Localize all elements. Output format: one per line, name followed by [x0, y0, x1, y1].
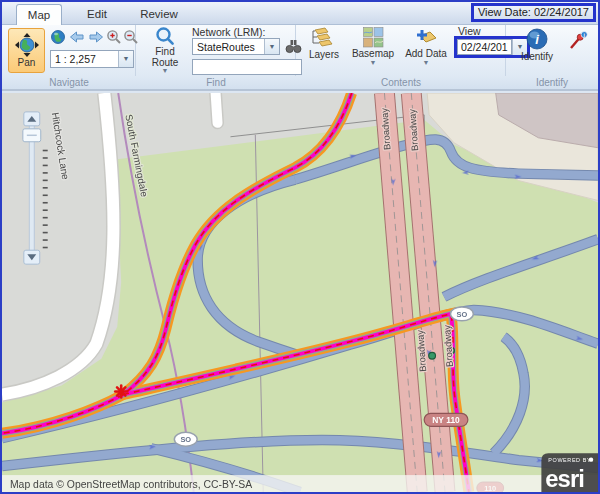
pan-globe-icon — [15, 33, 39, 57]
scale-value: 1 : 2,257 — [51, 51, 118, 67]
zoom-slider-track[interactable] — [29, 123, 34, 254]
route-start-star-marker — [115, 386, 127, 398]
add-data-icon — [414, 27, 438, 48]
group-label-row: Navigate Find Contents Identify — [2, 76, 598, 91]
ribbon: Map Edit Review View Date: 02/24/2017 — [2, 2, 598, 93]
esri-brand-text: esri — [545, 465, 583, 492]
tab-map[interactable]: Map — [16, 4, 62, 25]
network-lrm-label: Network (LRM): — [192, 26, 266, 38]
oval-shield-label: SO — [457, 310, 468, 319]
find-route-label: Find Route — [149, 47, 181, 68]
group-navigate: Pan — [2, 25, 136, 76]
attribution-text: Map data © OpenStreetMap contributors, C… — [10, 479, 252, 490]
network-value: StateRoutes — [193, 39, 264, 54]
basemap-label: Basemap — [352, 49, 394, 60]
pan-button[interactable]: Pan — [8, 28, 45, 73]
full-extent-globe-icon[interactable] — [50, 29, 66, 45]
scale-dropdown-arrow-icon[interactable]: ▼ — [118, 51, 133, 67]
ny110-shield-label: NY 110 — [432, 415, 460, 425]
pan-label: Pan — [18, 58, 36, 69]
navigate-group-label: Navigate — [2, 76, 136, 91]
scale-combobox[interactable]: 1 : 2,257 ▼ — [50, 50, 134, 68]
map-canvas[interactable]: Hitchcock Lane South Farmingdale Broadwa… — [2, 93, 598, 492]
view-date-banner-annotation: View Date: 02/24/2017 — [471, 3, 596, 22]
tab-bar: Map Edit Review View Date: 02/24/2017 — [2, 2, 598, 25]
next-extent-icon[interactable] — [88, 29, 104, 45]
network-combobox[interactable]: StateRoutes ▼ — [192, 38, 280, 55]
view-date-input[interactable] — [457, 39, 512, 55]
basemap-button[interactable]: Basemap ▼ — [348, 27, 398, 65]
esri-logo: POWERED BY esri — [541, 453, 598, 492]
network-dropdown-arrow-icon[interactable]: ▼ — [264, 39, 279, 54]
group-find: Find Route ▼ Network (LRM): StateRoutes … — [136, 25, 296, 76]
app-window: Map Edit Review View Date: 02/24/2017 — [0, 0, 600, 494]
contents-group-label: Contents — [296, 76, 506, 91]
route-calibration-point — [429, 352, 436, 359]
oval-shield-label: SO — [180, 435, 191, 444]
previous-extent-icon[interactable] — [69, 29, 85, 45]
tab-edit[interactable]: Edit — [74, 4, 120, 25]
tab-review[interactable]: Review — [132, 4, 186, 25]
find-route-button[interactable]: Find Route ▼ — [141, 26, 189, 73]
zoom-in-icon[interactable] — [106, 29, 122, 45]
find-route-magnifier-icon — [155, 26, 175, 46]
group-identify: i Identify i — [506, 25, 598, 76]
identify-icon: i — [525, 27, 549, 51]
identify-group-label: Identify — [506, 76, 598, 91]
add-data-dropdown-arrow-icon: ▼ — [423, 60, 430, 65]
identify-route-pin-icon[interactable]: i — [568, 31, 588, 51]
find-group-label: Find — [136, 76, 296, 91]
route-search-input[interactable] — [192, 59, 302, 75]
group-contents: Layers Basemap ▼ — [296, 25, 506, 76]
add-data-label: Add Data — [405, 49, 447, 60]
basemap-icon — [363, 27, 384, 48]
find-route-dropdown-arrow-icon: ▼ — [162, 68, 169, 73]
identify-button[interactable]: i Identify — [514, 27, 560, 63]
layers-icon — [312, 27, 336, 49]
add-data-button[interactable]: Add Data ▼ — [400, 27, 452, 65]
identify-label: Identify — [521, 52, 553, 63]
layers-label: Layers — [309, 50, 339, 61]
basemap-dropdown-arrow-icon: ▼ — [370, 60, 377, 65]
ribbon-body: Pan — [2, 25, 598, 76]
layers-button[interactable]: Layers — [302, 27, 346, 61]
powered-by-text: POWERED BY — [548, 457, 591, 463]
svg-text:i: i — [535, 32, 539, 47]
